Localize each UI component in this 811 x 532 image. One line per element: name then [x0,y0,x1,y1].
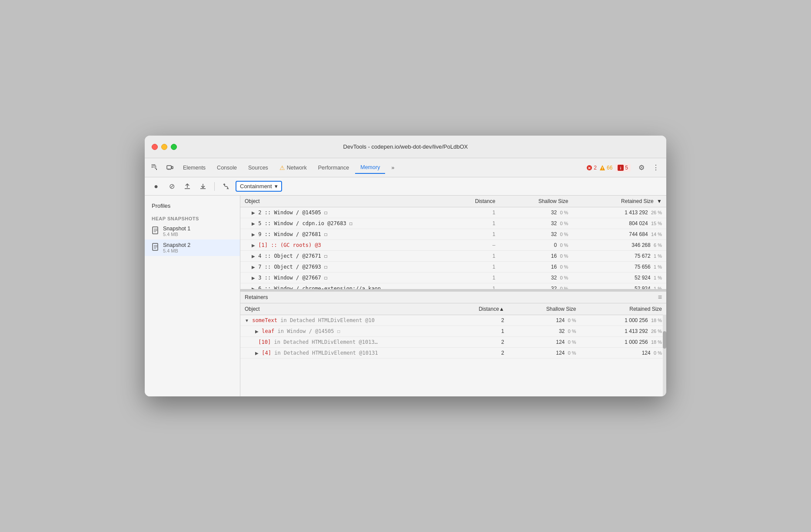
download-button[interactable] [197,180,209,193]
svg-rect-2 [154,164,155,165]
snapshot-2-info: Snapshot 2 5.4 MB [163,242,190,253]
secondary-toolbar: ● ⊘ Containment ▾ [145,177,666,196]
table-row[interactable]: ▶ [1] :: (GC roots) @3 – 0 0 % 346 268 6… [240,240,666,251]
bottom-panel: Object Distance▲ Shallow Size Retained S… [240,303,666,397]
retainers-table: Object Distance▲ Shallow Size Retained S… [240,303,666,359]
ret-col-distance[interactable]: Distance▲ [445,303,509,315]
svg-rect-10 [167,166,171,169]
scrollbar[interactable] [663,303,666,397]
table-row[interactable]: ▶ 3 :: Window / @27667 ☐ 1 32 0 % 52 924… [240,273,666,283]
table-row[interactable]: ▶ 6 :: Window / chrome-extension://a…kao… [240,283,666,289]
top-panel: Object Distance Shallow Size Retained Si… [240,196,666,289]
inspect-icon[interactable] [148,162,162,174]
main-content: Profiles HEAP SNAPSHOTS Snapshot 1 5.4 M… [145,196,666,396]
col-distance[interactable]: Distance [445,196,499,207]
ret-col-retained[interactable]: Retained Size [581,303,666,315]
svg-rect-11 [172,166,173,169]
col-retained[interactable]: Retained Size ▼ [572,196,666,207]
tab-sources[interactable]: Sources [243,162,273,173]
table-row[interactable]: ▶ 5 :: Window / cdpn.io @27683 ☐ 1 32 0 … [240,218,666,229]
badge-group: ✕ 2 ! 66 i 5 [586,164,631,172]
expand-arrow: ▶ [252,265,255,269]
warning-badge[interactable]: ! 66 [599,165,612,171]
sidebar-snapshot-2[interactable]: Snapshot 2 5.4 MB [145,239,240,256]
expand-arrow: ▶ [252,221,255,226]
device-toggle-icon[interactable] [163,162,177,174]
network-warning-icon: ⚠ [279,164,285,171]
table-row[interactable]: ▶ 2 :: Window / @14505 ☐ 1 32 0 % 1 413 … [240,207,666,218]
svg-rect-4 [152,167,153,168]
expand-arrow: ▶ [252,243,255,248]
sidebar-profiles-header: Profiles [145,201,240,213]
sidebar-snapshot-1[interactable]: Snapshot 1 5.4 MB [145,223,240,239]
collect-button[interactable] [220,180,232,193]
snapshot-1-info: Snapshot 1 5.4 MB [163,226,190,237]
expand-arrow: ▶ [252,254,255,259]
col-shallow[interactable]: Shallow Size [500,196,573,207]
tab-console[interactable]: Console [212,162,242,173]
scrollbar-thumb[interactable] [663,331,666,349]
expand-arrow: ▶ [252,232,255,237]
error-badge[interactable]: ✕ 2 [586,165,597,171]
upload-button[interactable] [181,180,193,193]
tab-network[interactable]: ⚠ Network [274,162,312,174]
table-row[interactable]: ▶ leaf in Window / @14505 ☐ 1 32 0 % 1 4… [240,326,666,336]
table-row[interactable]: ▶ 4 :: Object / @27671 ☐ 1 16 0 % 75 672… [240,251,666,262]
sidebar: Profiles HEAP SNAPSHOTS Snapshot 1 5.4 M… [145,196,240,396]
tab-more[interactable]: » [386,162,399,173]
record-button[interactable]: ● [150,180,162,193]
svg-rect-3 [152,166,153,166]
retainers-menu-icon[interactable]: ≡ [658,293,662,301]
ret-col-shallow[interactable]: Shallow Size [509,303,581,315]
minimize-button[interactable] [161,144,167,150]
clear-button[interactable]: ⊘ [166,180,178,193]
devtools-window: DevTools - codepen.io/web-dot-dev/live/P… [145,136,666,396]
snapshot-icon-1 [152,226,160,236]
svg-text:!: ! [602,166,603,170]
content-panels: Object Distance Shallow Size Retained Si… [240,196,666,396]
retainers-header: Retainers ≡ [240,291,666,303]
ret-col-object[interactable]: Object [240,303,445,315]
info-badge[interactable]: i 5 [615,164,631,172]
svg-text:✕: ✕ [588,166,591,170]
svg-rect-0 [152,164,153,165]
svg-rect-6 [153,167,155,167]
svg-rect-5 [153,166,156,166]
table-row[interactable]: ▶ 7 :: Object / @27693 ☐ 1 16 0 % 75 656… [240,262,666,273]
expand-arrow: ▼ [245,318,249,323]
settings-icon[interactable]: ⚙ [635,162,648,173]
traffic-lights [152,144,177,150]
sidebar-heap-snapshots-label: HEAP SNAPSHOTS [145,213,240,223]
more-options-icon[interactable]: ⋮ [649,162,663,173]
table-row[interactable]: ▼ someText in Detached HTMLDivElement @1… [240,315,666,326]
expand-arrow: ▶ [255,329,259,334]
svg-rect-9 [156,169,157,170]
maximize-button[interactable] [171,144,177,150]
snapshot-icon-2 [152,243,160,253]
window-title: DevTools - codepen.io/web-dot-dev/live/P… [343,143,468,150]
titlebar: DevTools - codepen.io/web-dot-dev/live/P… [145,136,666,158]
table-row[interactable]: ▶ [4] in Detached HTMLDivElement @10131 … [240,347,666,358]
svg-rect-8 [155,168,156,169]
expand-arrow: ▶ [252,210,255,215]
table-row[interactable]: ▶ 9 :: Window / @27681 ☐ 1 32 0 % 744 68… [240,229,666,240]
close-button[interactable] [152,144,158,150]
heap-table: Object Distance Shallow Size Retained Si… [240,196,666,289]
tab-performance[interactable]: Performance [313,162,355,173]
expand-arrow: ▶ [252,276,255,280]
toolbar-separator [214,182,215,191]
col-object[interactable]: Object [240,196,445,207]
tab-memory[interactable]: Memory [355,162,385,174]
expand-arrow: ▶ [255,351,259,356]
view-dropdown[interactable]: Containment ▾ [236,181,282,192]
svg-rect-1 [153,164,154,165]
tab-elements[interactable]: Elements [178,162,211,173]
svg-text:i: i [620,166,622,170]
table-row[interactable]: [10] in Detached HTMLDivElement @1013… 2… [240,336,666,347]
main-toolbar: Elements Console Sources ⚠ Network Perfo… [145,158,666,177]
